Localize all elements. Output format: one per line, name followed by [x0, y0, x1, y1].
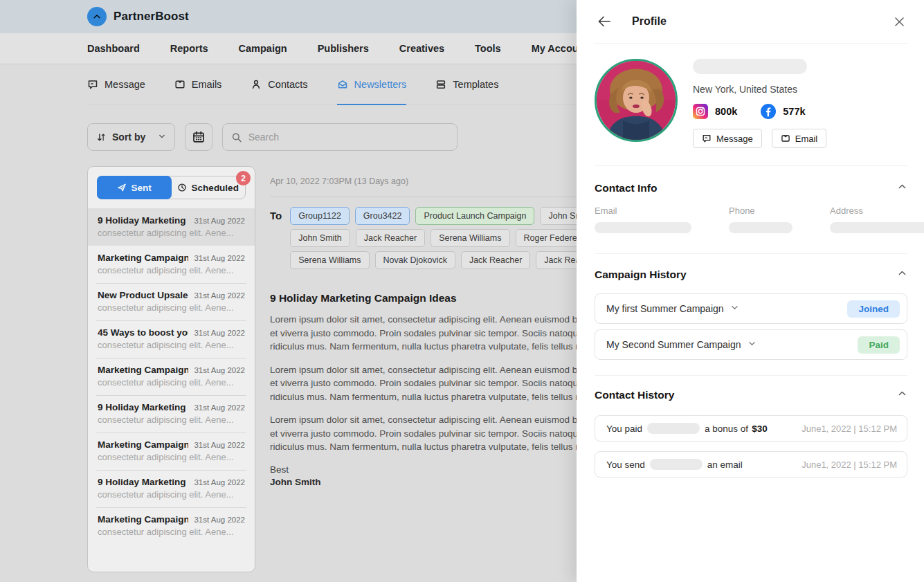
list-item[interactable]: Marketing Campaign...31st Aug 2022 conse…	[88, 358, 255, 395]
item-title: Marketing Campaign...	[98, 253, 188, 263]
message-button-label: Message	[716, 134, 753, 144]
item-date: 31st Aug 2022	[194, 329, 245, 337]
nav-item-campaign[interactable]: Campaign	[239, 43, 287, 54]
nav-item-creatives[interactable]: Creatives	[399, 43, 444, 54]
chevron-down-icon	[748, 339, 757, 350]
sort-by-label: Sort by	[112, 131, 145, 143]
campaign-row: My Second Summer Campaign Paid	[595, 329, 907, 360]
recipient-tag[interactable]: Jack Reacher	[356, 229, 425, 247]
recipient-tag[interactable]: John Smith	[290, 229, 350, 247]
back-arrow-icon	[596, 13, 613, 30]
calendar-button[interactable]	[185, 123, 212, 151]
chevron-up-icon	[897, 181, 907, 192]
campaign-name: My Second Summer Campaign	[606, 339, 741, 350]
tab-label: Templates	[453, 79, 498, 90]
list-item[interactable]: 9 Holiday Marketing ...31st Aug 2022 con…	[88, 208, 255, 246]
item-preview: consectetur adipiscing elit. Aene...	[98, 377, 245, 388]
list-item[interactable]: 9 Holiday Marketing ...31st Aug 2022 con…	[88, 470, 255, 507]
item-preview: consectetur adipiscing elit. Aene...	[98, 340, 245, 350]
item-title: Marketing Campaign...	[98, 439, 188, 450]
bonus-amount: $30	[752, 424, 768, 434]
item-date: 31st Aug 2022	[194, 516, 245, 524]
message-button[interactable]: Message	[693, 129, 762, 148]
nav-item-reports[interactable]: Reports	[170, 43, 208, 54]
name-skeleton	[650, 459, 703, 470]
history-row: You paid a bonus of $30 June1, 2022 | 15…	[595, 415, 907, 442]
contact-history-rows: You paid a bonus of $30 June1, 2022 | 15…	[595, 415, 907, 478]
list-item[interactable]: Marketing Campaign...31st Aug 2022 conse…	[88, 507, 255, 545]
campaign-name: My first Summer Campaign	[606, 303, 724, 314]
recipient-tag[interactable]: Jack Reacher	[461, 251, 530, 269]
list-item[interactable]: New Product Upsale31st Aug 2022 consecte…	[88, 283, 255, 320]
campaign-history-heading: Campaign History	[595, 269, 687, 281]
campaign-cards: My first Summer Campaign Joined My Secon…	[595, 293, 907, 375]
list-item[interactable]: Marketing Campaign...31st Aug 2022 conse…	[88, 433, 255, 470]
nav-item-tools[interactable]: Tools	[475, 43, 501, 54]
recipient-tag[interactable]: Product Launch Campaign	[415, 207, 534, 225]
profile-panel: Profile	[577, 0, 924, 582]
search-icon	[231, 131, 242, 143]
item-preview: consectetur adipiscing elit. Aene...	[98, 415, 245, 425]
list-item[interactable]: 9 Holiday Marketing ...31st Aug 2022 con…	[88, 395, 255, 433]
sent-toggle-button[interactable]: Sent	[97, 176, 172, 199]
list-item[interactable]: Marketing Campaign...31st Aug 2022 conse…	[88, 246, 255, 283]
tab-templates[interactable]: Templates	[435, 64, 498, 104]
phone-field-label: Phone	[729, 206, 792, 216]
recipient-tag[interactable]: Novak Djokovick	[375, 251, 455, 269]
instagram-icon	[693, 104, 708, 119]
email-button[interactable]: Email	[772, 129, 827, 148]
contacts-icon	[251, 79, 262, 90]
calendar-icon	[192, 130, 206, 144]
tab-label: Newsletters	[354, 79, 407, 90]
instagram-stat[interactable]: 800k	[693, 104, 737, 119]
collapse-campaign-history[interactable]	[897, 268, 907, 281]
item-date: 31st Aug 2022	[194, 478, 245, 486]
back-button[interactable]	[595, 12, 614, 31]
brand-name: PartnerBoost	[114, 10, 189, 24]
name-skeleton	[693, 59, 807, 74]
tab-newsletters[interactable]: Newsletters	[337, 64, 407, 104]
sent-label: Sent	[132, 183, 152, 193]
campaign-dropdown[interactable]: My first Summer Campaign	[606, 303, 739, 314]
search-input[interactable]	[248, 131, 449, 143]
clock-icon	[177, 183, 187, 192]
avatar-illustration	[597, 61, 676, 140]
instagram-followers: 800k	[715, 106, 737, 117]
to-label: To	[270, 207, 282, 269]
nav-item-dashboard[interactable]: Dashboard	[87, 43, 140, 54]
item-date: 31st Aug 2022	[194, 217, 245, 225]
item-title: Marketing Campaign...	[98, 514, 188, 525]
tab-contacts[interactable]: Contacts	[251, 64, 307, 104]
campaign-dropdown[interactable]: My Second Summer Campaign	[606, 339, 757, 350]
chevron-down-icon	[730, 303, 739, 314]
recipient-tag[interactable]: Serena Williams	[431, 229, 509, 247]
sort-by-dropdown[interactable]: Sort by	[87, 123, 175, 151]
list-item[interactable]: 45 Ways to boost your...31st Aug 2022 co…	[88, 320, 255, 358]
recipient-tag[interactable]: Group1122	[290, 207, 350, 225]
recipient-tag[interactable]: Serena Williams	[290, 251, 369, 269]
facebook-stat[interactable]: 577k	[761, 104, 805, 119]
sent-scheduled-toggle-wrap: Sent Scheduled 2	[88, 167, 255, 208]
name-skeleton	[647, 423, 700, 434]
contact-history-heading: Contact History	[595, 389, 674, 401]
item-date: 31st Aug 2022	[194, 403, 245, 412]
item-title: 9 Holiday Marketing ...	[98, 215, 188, 226]
chevron-up-icon	[897, 268, 907, 278]
brand-logo[interactable]	[87, 7, 107, 26]
scheduled-toggle-button[interactable]: Scheduled	[171, 176, 246, 199]
contact-info-grid: Email Phone Address	[595, 206, 907, 253]
tab-label: Message	[105, 79, 145, 90]
item-title: Marketing Campaign...	[98, 365, 188, 375]
collapse-contact-history[interactable]	[897, 388, 907, 401]
send-icon	[117, 183, 127, 192]
item-title: 9 Holiday Marketing ...	[98, 402, 188, 412]
tab-emails[interactable]: Emails	[174, 64, 222, 104]
close-button[interactable]	[891, 14, 907, 30]
collapse-contact-info[interactable]	[897, 181, 907, 194]
address-value-skeleton	[830, 222, 924, 233]
tab-message[interactable]: Message	[87, 64, 145, 104]
history-text: an email	[707, 460, 743, 470]
nav-item-publishers[interactable]: Publishers	[318, 43, 369, 54]
recipient-tag[interactable]: Grou3422	[355, 207, 410, 225]
profile-panel-header: Profile	[577, 0, 924, 43]
